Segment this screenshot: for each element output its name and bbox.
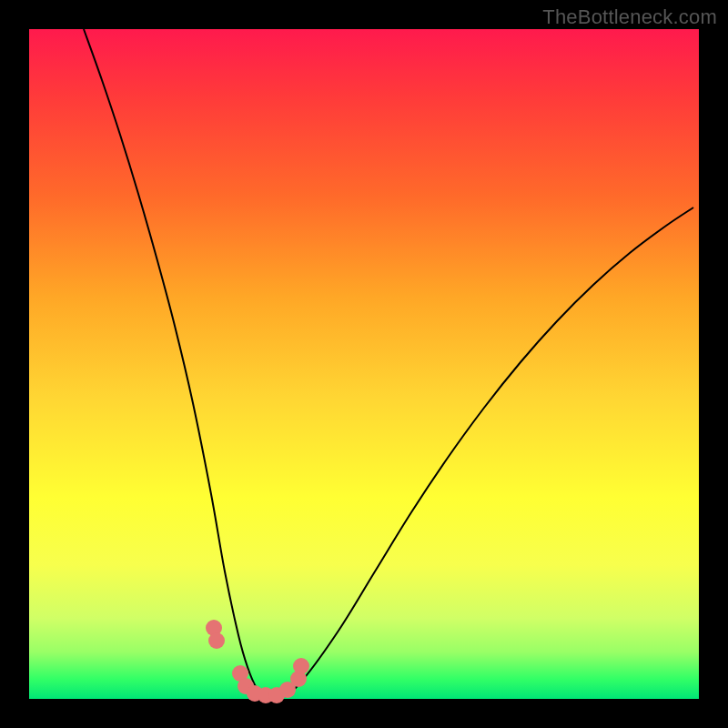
curve-layer <box>29 29 699 699</box>
marker-dot <box>208 632 225 649</box>
chart-frame: TheBottleneck.com <box>0 0 728 728</box>
bottleneck-curve <box>84 29 693 697</box>
plot-area <box>29 29 699 699</box>
watermark-text: TheBottleneck.com <box>542 5 717 29</box>
bottleneck-curve-path <box>84 29 693 697</box>
marker-dot <box>293 658 309 674</box>
curve-markers <box>206 620 309 703</box>
